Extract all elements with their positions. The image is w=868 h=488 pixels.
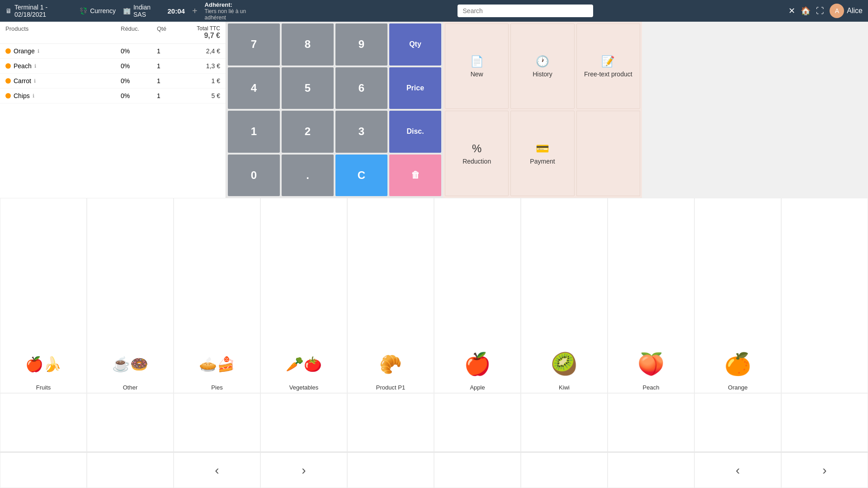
- orange-label: Orange: [728, 384, 747, 391]
- item-price: 1 €: [184, 77, 220, 84]
- item-price: 2,4 €: [184, 47, 220, 55]
- nav-empty: [0, 452, 87, 488]
- numpad-2[interactable]: 2: [282, 111, 334, 153]
- category-other[interactable]: ☕🍩 Other: [87, 198, 174, 393]
- numpad-6[interactable]: 6: [335, 67, 387, 109]
- numpad-3[interactable]: 3: [335, 111, 387, 153]
- empty-cell: [781, 393, 868, 452]
- product-apple[interactable]: 🍎 Apple: [434, 198, 521, 393]
- other-icon: ☕🍩: [112, 346, 148, 382]
- payment-label: Payment: [530, 158, 555, 165]
- item-name: Chips: [14, 92, 30, 99]
- product-kiwi[interactable]: 🥝 Kiwi: [521, 198, 608, 393]
- clock-display: 20:04: [168, 7, 185, 15]
- pies-label: Pies: [211, 384, 222, 391]
- fruits-icon: 🍎🍌: [25, 346, 61, 382]
- left-product-grid: 🍎🍌 Fruits ☕🍩 Other 🥧🍰 Pies 🥕🍅 Vegetables: [0, 198, 868, 488]
- fullscreen-button[interactable]: ⛶: [816, 6, 824, 16]
- numpad-5[interactable]: 5: [282, 67, 334, 109]
- other-label: Other: [123, 384, 138, 391]
- empty-cell: [608, 393, 694, 452]
- vegetables-icon: 🥕🍅: [286, 346, 322, 382]
- item-qty: 1: [157, 92, 184, 99]
- free-text-button[interactable]: 📝 Free-text product: [576, 23, 640, 109]
- col-products: Products: [5, 25, 121, 40]
- nav-empty: [87, 452, 174, 488]
- empty-cell: [0, 393, 87, 452]
- kiwi-icon: 🥝: [546, 346, 582, 382]
- peach-icon: 🍑: [633, 346, 669, 382]
- numpad-delete[interactable]: 🗑: [389, 155, 441, 197]
- product-empty-1: [781, 198, 868, 393]
- next-page-button-right[interactable]: ›: [781, 452, 868, 488]
- new-button[interactable]: 📄 New: [445, 23, 509, 109]
- numpad-7[interactable]: 7: [228, 23, 280, 66]
- col-qty: Qté: [157, 25, 184, 40]
- add-button[interactable]: +: [192, 6, 198, 16]
- currency-button[interactable]: 💱 Currency: [80, 7, 116, 14]
- nav-empty: [608, 452, 694, 488]
- item-dot: [5, 93, 11, 99]
- numpad-8[interactable]: 8: [282, 23, 334, 66]
- prev-page-button[interactable]: ‹: [174, 452, 260, 488]
- header: 🖥 Terminal 1 - 02/18/2021 💱 Currency 🏢 I…: [0, 0, 868, 22]
- numpad-0[interactable]: 0: [228, 155, 280, 197]
- numpad-price[interactable]: Price: [389, 67, 441, 109]
- table-row[interactable]: Orange ℹ 0% 1 2,4 €: [0, 44, 226, 59]
- col-reduction: Réduc.: [121, 25, 157, 40]
- empty-cell: [521, 393, 608, 452]
- numpad-4[interactable]: 4: [228, 67, 280, 109]
- avatar: A: [830, 4, 844, 18]
- adherent-value: Tiers non lié à un adhérent: [205, 8, 262, 21]
- table-row[interactable]: Carrot ℹ 0% 1 1 €: [0, 74, 226, 89]
- item-dot: [5, 48, 11, 54]
- category-vegetables[interactable]: 🥕🍅 Vegetables: [260, 198, 347, 393]
- company-button[interactable]: 🏢 Indian SAS: [123, 4, 160, 18]
- product-peach[interactable]: 🍑 Peach: [608, 198, 694, 393]
- category-pies[interactable]: 🥧🍰 Pies: [174, 198, 260, 393]
- product-orange[interactable]: 🍊 Orange: [694, 198, 781, 393]
- numpad-disc[interactable]: Disc.: [389, 111, 441, 153]
- peach-label: Peach: [643, 384, 660, 391]
- total-ttc-label: Total TTC: [184, 25, 220, 32]
- item-dot: [5, 63, 11, 69]
- new-icon: 📄: [470, 55, 484, 68]
- action-panel: 📄 New 🕐 History 📝 Free-text product % Re…: [443, 22, 642, 198]
- history-button[interactable]: 🕐 History: [510, 23, 574, 109]
- search-input[interactable]: [458, 5, 593, 17]
- prev-page-button-right[interactable]: ‹: [694, 452, 781, 488]
- product-product-p1[interactable]: 🥐 Product P1: [347, 198, 434, 393]
- item-qty: 1: [157, 62, 184, 70]
- home-button[interactable]: 🏠: [801, 6, 811, 16]
- numpad-dot[interactable]: .: [282, 155, 334, 197]
- empty-cell: [694, 393, 781, 452]
- table-row[interactable]: Peach ℹ 0% 1 1,3 €: [0, 59, 226, 74]
- item-reduction: 0%: [121, 47, 157, 55]
- clear-search-button[interactable]: ✕: [788, 6, 795, 16]
- kiwi-label: Kiwi: [559, 384, 570, 391]
- item-info-icon[interactable]: ℹ: [33, 93, 34, 99]
- reduction-button[interactable]: % Reduction: [445, 111, 509, 196]
- empty-cell: [87, 393, 174, 452]
- numpad-panel: 7 8 9 Qty 4 5 6 Price 1 2 3 Disc. 0 . C …: [226, 22, 443, 198]
- numpad-1[interactable]: 1: [228, 111, 280, 153]
- table-row[interactable]: Chips ℹ 0% 1 5 €: [0, 89, 226, 103]
- item-price: 1,3 €: [184, 62, 220, 70]
- item-info-icon[interactable]: ℹ: [38, 48, 39, 54]
- reduction-icon: %: [472, 142, 481, 155]
- payment-button[interactable]: 💳 Payment: [510, 111, 574, 196]
- item-name: Peach: [14, 62, 32, 70]
- category-fruits[interactable]: 🍎🍌 Fruits: [0, 198, 87, 393]
- item-info-icon[interactable]: ℹ: [34, 63, 36, 69]
- user-menu[interactable]: A Alice: [830, 4, 863, 18]
- numpad-9[interactable]: 9: [335, 23, 387, 66]
- free-text-label: Free-text product: [584, 70, 632, 78]
- order-panel: Products Réduc. Qté Total TTC 9,7 € Oran…: [0, 22, 226, 198]
- item-info-icon[interactable]: ℹ: [34, 78, 36, 84]
- terminal-info: 🖥 Terminal 1 - 02/18/2021: [5, 4, 72, 18]
- next-page-button[interactable]: ›: [260, 452, 347, 488]
- nav-empty: [521, 452, 608, 488]
- numpad-qty[interactable]: Qty: [389, 23, 441, 66]
- reduction-label: Reduction: [462, 158, 491, 165]
- numpad-clear[interactable]: C: [335, 155, 387, 197]
